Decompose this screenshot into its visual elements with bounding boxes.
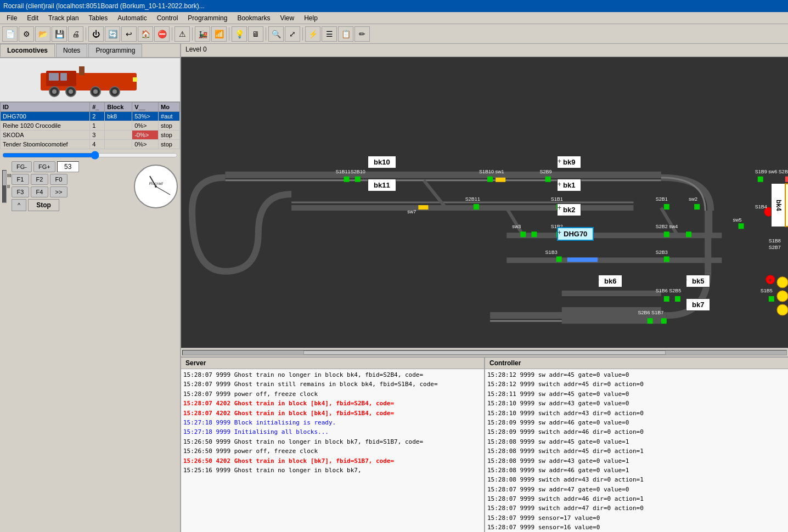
block-bk10[interactable]: bk10 xyxy=(368,156,396,168)
f4-button[interactable]: F4 xyxy=(31,186,48,197)
f0-button[interactable]: F0 xyxy=(50,174,67,185)
ctrl-entry-2: 15:28:11 9999 sw addr=45 gate=0 value=0 xyxy=(487,389,786,399)
block-bk1[interactable]: bk1 xyxy=(557,179,581,191)
block-bk2[interactable]: bk2 xyxy=(557,203,581,216)
svg-text:sw7: sw7 xyxy=(407,209,416,214)
block-dhg700-pos[interactable]: DHG700 xyxy=(785,183,788,227)
list-button[interactable]: ☰ xyxy=(322,26,337,42)
log-entry-3: 15:28:07 4202 Ghost train in block [bk4]… xyxy=(183,399,482,408)
tab-locomotives[interactable]: Locomotives xyxy=(0,44,55,57)
loco-block xyxy=(105,131,132,140)
fg-minus-button[interactable]: FG- xyxy=(12,161,32,172)
menu-help[interactable]: Help xyxy=(300,13,322,23)
sep6 xyxy=(302,27,303,41)
screen-button[interactable]: 🖥 xyxy=(248,26,263,42)
new-button[interactable]: 📄 xyxy=(2,26,18,42)
clock-face: Rocrail xyxy=(134,165,178,208)
bolt-button[interactable]: ⚡ xyxy=(305,26,320,42)
svg-text:S1B3: S1B3 xyxy=(545,250,558,255)
svg-rect-38 xyxy=(418,205,428,210)
log-entry-9: 15:26:50 4202 Ghost train in block [bk7]… xyxy=(183,456,482,466)
loco-row-skoda[interactable]: SKODA 3 -0%> stop xyxy=(1,131,180,140)
col-id: ID xyxy=(1,103,90,112)
menu-tables[interactable]: Tables xyxy=(85,13,112,23)
print-button[interactable]: 🖨 xyxy=(68,26,83,42)
tab-programming[interactable]: Programming xyxy=(88,44,142,57)
train-button[interactable]: 🚂 xyxy=(195,26,210,42)
svg-rect-55 xyxy=(648,318,653,324)
svg-line-25 xyxy=(661,208,678,235)
svg-rect-12 xyxy=(79,66,85,75)
block-bk4[interactable]: bk4 xyxy=(771,183,786,227)
log-entry-5: 15:27:18 9999 Block initialising is read… xyxy=(183,418,482,427)
wifi-button[interactable]: 📶 xyxy=(211,26,227,42)
open-button[interactable]: 📂 xyxy=(35,26,50,42)
f3-button[interactable]: F3 xyxy=(12,186,29,197)
block-bk11[interactable]: bk11 xyxy=(368,179,396,191)
svg-rect-31 xyxy=(355,177,361,182)
power-button[interactable]: ⏻ xyxy=(88,26,104,42)
block-dhg70[interactable]: DHG70 xyxy=(557,227,594,241)
server-log-content[interactable]: 15:28:07 9999 Ghost train no longer in b… xyxy=(181,369,484,532)
menu-trackplan[interactable]: Track plan xyxy=(44,13,83,23)
loco-row-dhg700[interactable]: DHG700 2 bk8 53%> #aut xyxy=(1,112,180,121)
scrollbar-thumb[interactable] xyxy=(303,350,666,355)
home-button[interactable]: 🏠 xyxy=(138,26,153,42)
forward-button[interactable]: >> xyxy=(50,186,67,197)
loco-mode: stop xyxy=(159,140,180,149)
svg-rect-3 xyxy=(60,73,67,81)
f2-button[interactable]: F2 xyxy=(31,174,48,185)
svg-text:sw5: sw5 xyxy=(733,217,741,223)
f1-button[interactable]: F1 xyxy=(12,174,29,185)
search-button[interactable]: 🔍 xyxy=(268,26,284,42)
log-entry-6: 15:27:18 9999 Initialising all blocks... xyxy=(183,427,482,437)
undo-button[interactable]: ↩ xyxy=(121,26,137,42)
clock-minute-hand xyxy=(156,186,170,195)
auto-button[interactable]: 🔄 xyxy=(105,26,120,42)
left-panel: Locomotives Notes Programming xyxy=(0,44,181,532)
track-canvas[interactable]: S1B11S2B10 S1B10 sw1 S2B9 S1B9 sw6 S2B8 … xyxy=(181,57,788,348)
menu-view[interactable]: View xyxy=(275,13,299,23)
stop-loco-button[interactable]: Stop xyxy=(28,199,59,211)
menu-edit[interactable]: Edit xyxy=(22,13,43,23)
up-button[interactable]: ^ xyxy=(12,199,26,211)
scrollbar-track[interactable] xyxy=(182,350,787,355)
menu-automatic[interactable]: Automatic xyxy=(113,13,151,23)
svg-text:S1B4: S1B4 xyxy=(755,204,767,210)
stop-button[interactable]: ⛔ xyxy=(154,26,170,42)
block-bk7[interactable]: bk7 xyxy=(686,298,710,311)
loco-mode: stop xyxy=(159,121,180,131)
light-button[interactable]: 💡 xyxy=(232,26,247,42)
server-log-panel: Server 15:28:07 9999 Ghost train no long… xyxy=(181,358,485,532)
tab-notes[interactable]: Notes xyxy=(56,44,87,57)
settings-button[interactable]: ⚙ xyxy=(19,26,34,42)
block-bk5[interactable]: bk5 xyxy=(686,275,710,287)
speed-slider[interactable] xyxy=(2,151,178,159)
menu-file[interactable]: File xyxy=(2,13,21,23)
fg-plus-button[interactable]: FG+ xyxy=(33,161,55,172)
menu-bookmarks[interactable]: Bookmarks xyxy=(233,13,274,23)
controls-area: III II I FG- FG+ 53 F1 F2 xyxy=(0,149,180,532)
block-bk6[interactable]: bk6 xyxy=(598,275,622,287)
loco-num: 1 xyxy=(90,121,105,131)
save-button[interactable]: 💾 xyxy=(52,26,67,42)
menu-programming[interactable]: Programming xyxy=(183,13,232,23)
menu-control[interactable]: Control xyxy=(153,13,183,23)
svg-rect-40 xyxy=(664,204,669,210)
ctrl-entry-14: 15:28:07 9999 switch addr=47 dir=0 actio… xyxy=(487,503,786,513)
main-layout: Locomotives Notes Programming xyxy=(0,44,788,532)
controller-log-content[interactable]: 15:28:12 9999 sw addr=45 gate=0 value=0 … xyxy=(485,369,788,532)
copy-button[interactable]: 📋 xyxy=(338,26,353,42)
loco-block xyxy=(105,121,132,131)
warning-button[interactable]: ⚠ xyxy=(175,26,190,42)
block-bk9[interactable]: bk9 xyxy=(557,156,581,168)
loco-row-tender[interactable]: Tender Stoomlocomotief 4 0%> stop xyxy=(1,140,180,149)
ctrl-entry-0: 15:28:12 9999 sw addr=45 gate=0 value=0 xyxy=(487,370,786,380)
loco-row-crocodile[interactable]: Reihe 1020 Crocodile 1 0%> stop xyxy=(1,121,180,131)
ctrl-entry-3: 15:28:10 9999 sw addr=43 gate=0 value=0 xyxy=(487,399,786,408)
edit-button[interactable]: ✏ xyxy=(354,26,370,42)
menu-bar: File Edit Track plan Tables Automatic Co… xyxy=(0,12,788,24)
zoom-button[interactable]: ⤢ xyxy=(285,26,300,42)
log-entry-0: 15:28:07 9999 Ghost train no longer in b… xyxy=(183,370,482,380)
horizontal-scrollbar[interactable] xyxy=(181,348,788,356)
